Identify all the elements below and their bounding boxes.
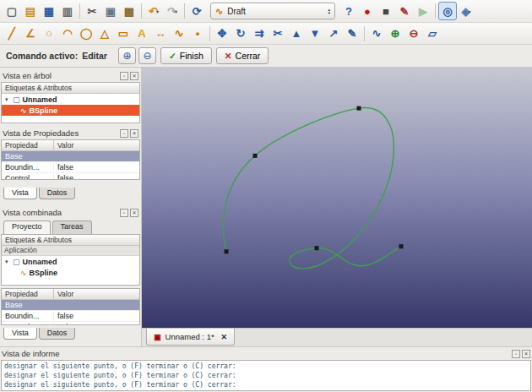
dropdown-arrow-icon: ▾ [175,8,177,14]
bspline-icon: ∿ [20,269,27,277]
close-panel-icon[interactable]: ✕ [130,72,138,80]
report-view-title: Vista de informe [2,349,59,358]
edit-add-point-button[interactable]: ⊕ [118,47,136,64]
macro-edit-icon[interactable]: ✎ [395,2,414,20]
draft-add-point-icon[interactable]: ⊕ [386,24,404,43]
edit-delete-point-button: ⊖ [143,50,151,62]
save-file-icon[interactable]: ▦ [40,2,58,20]
cut-icon[interactable]: ✂ [83,2,101,20]
draft-edit-icon[interactable]: ✎ [343,24,361,43]
close-tab-icon[interactable]: ✕ [221,333,228,341]
property-row[interactable]: Control... false [2,173,139,180]
document-tab-label: Unnamed : 1* [166,332,214,341]
draft-polygon-icon[interactable]: △ [95,24,114,43]
paste-icon[interactable]: ▩ [120,2,138,20]
macro-record-icon[interactable]: ● [358,2,377,20]
property-column-header: Propiedad [2,289,54,299]
new-file-icon[interactable]: ▢ [3,2,21,20]
tree-item-bspline[interactable]: ∿ BSpline [2,105,139,116]
control-point[interactable] [225,249,229,253]
draft-ellipse-icon[interactable]: ◯ [77,24,95,43]
tab-proyecto[interactable]: Proyecto [3,220,51,234]
control-point[interactable] [315,246,319,250]
draft-shape2d-icon[interactable]: ▱ [423,24,442,43]
report-line: designar el siguiente punto, o (F) termi… [4,362,528,371]
property-group-row[interactable]: Base [2,151,139,162]
control-point[interactable] [399,244,404,248]
draft-upgrade-icon[interactable]: ▲ [287,24,306,43]
tab-tareas[interactable]: Tareas [52,220,92,234]
draft-rectangle-icon[interactable]: ▭ [114,24,133,43]
draft-point-icon[interactable]: • [188,24,207,43]
close-panel-icon[interactable]: ✕ [522,350,530,358]
property-row[interactable]: Boundin... false [2,311,139,322]
tab-datos[interactable]: Datos [39,328,76,340]
property-group-row[interactable]: Base [2,300,139,311]
refresh-icon[interactable]: ⟳ [187,2,206,20]
3d-viewport[interactable] [142,68,532,328]
axonometric-view-icon[interactable]: ◈▾ [457,2,475,20]
print-icon[interactable]: ▥ [58,2,77,20]
expander-icon[interactable]: ▾ [5,259,13,265]
draft-offset-icon[interactable]: ⇉ [250,24,269,43]
workbench-selector-value: Draft [227,7,246,16]
draft-bspline-icon[interactable]: ∿ [170,24,188,43]
macro-play-icon[interactable]: ▶ [414,2,432,20]
tab-vista[interactable]: Vista [3,188,37,199]
draft-dimension-icon[interactable]: ↔ [151,24,170,43]
draft-offset-icon: ⇉ [255,27,264,40]
report-log[interactable]: designar el siguiente punto, o (F) termi… [1,360,531,391]
tree-item-document[interactable]: ▾ ▢ Unnamed [2,94,139,105]
toolbar-separator [209,26,210,41]
draft-circle-icon[interactable]: ○ [40,24,58,43]
bspline-curve[interactable] [223,108,401,269]
float-panel-icon[interactable]: ▫ [120,209,128,217]
undo-icon[interactable]: ↶▾ [144,2,163,20]
tree-item-document[interactable]: ▾ ▢ Unnamed [2,256,139,267]
float-panel-icon[interactable]: ▫ [512,350,520,358]
draft-text-icon[interactable]: A [133,24,151,43]
close-command-button[interactable]: ✕ Cerrar [216,47,269,64]
help-icon: ? [345,5,352,18]
tree-column-header: Etiquetas & Atributos [2,83,139,94]
draft-rotate-icon[interactable]: ↻ [231,24,250,43]
help-icon[interactable]: ? [339,2,358,20]
draft-wire-icon[interactable]: ∠ [21,24,40,43]
toolbar-separator [364,26,365,41]
property-row[interactable]: Boundin... false [2,162,139,173]
workbench-selector[interactable]: ∿ Draft ▴▾ [210,3,335,19]
draft-wire-to-bspline-icon[interactable]: ∿ [367,24,386,43]
tab-vista[interactable]: Vista [3,328,37,340]
control-point[interactable] [357,106,361,111]
document-tab[interactable]: ▣ Unnamed : 1* ✕ [146,329,235,346]
toolbar-separator [435,3,436,19]
freecad-window: ▢▤▦▥✂▣▩↶▾↷▾⟳ ∿ Draft ▴▾ ?●■✎▶◎◈▾ ╱∠○◠◯△▭… [0,0,532,392]
float-panel-icon[interactable]: ▫ [120,72,128,80]
macro-stop-icon[interactable]: ■ [377,2,395,20]
close-panel-icon[interactable]: ✕ [130,129,138,138]
tab-datos[interactable]: Datos [39,188,76,199]
copy-icon[interactable]: ▣ [101,2,120,20]
draft-upgrade-icon: ▲ [291,27,302,40]
draft-wire-to-bspline-icon: ∿ [372,27,382,40]
bspline-icon: ∿ [20,106,27,115]
redo-icon[interactable]: ↷▾ [163,2,182,20]
draft-scale-icon[interactable]: ↗ [324,24,343,43]
view-fit-icon[interactable]: ◎ [438,2,457,20]
open-file-icon: ▤ [25,5,35,18]
finish-button[interactable]: ✓ Finish [160,47,212,64]
open-file-icon[interactable]: ▤ [21,2,40,20]
draft-line-icon[interactable]: ╱ [3,24,21,43]
float-panel-icon[interactable]: ▫ [120,129,128,138]
draft-move-icon[interactable]: ✥ [213,24,231,43]
draft-delete-point-icon[interactable]: ⊖ [404,24,423,43]
draft-arc-icon[interactable]: ◠ [58,24,77,43]
draft-trimex-icon[interactable]: ✂ [269,24,287,43]
edit-delete-point-button[interactable]: ⊖ [138,47,156,64]
tree-item-bspline[interactable]: ∿ BSpline [2,267,139,278]
draft-downgrade-icon[interactable]: ▼ [306,24,324,43]
draft-wire-icon: ∠ [25,27,35,40]
expander-icon[interactable]: ▾ [5,96,13,103]
control-point[interactable] [253,154,258,158]
close-panel-icon[interactable]: ✕ [130,209,138,217]
